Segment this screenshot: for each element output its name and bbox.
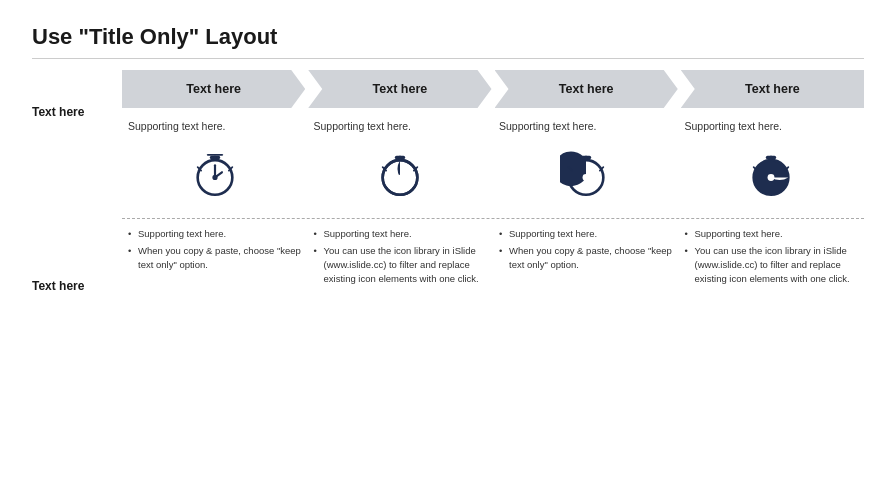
list-item: Supporting text here.	[314, 227, 488, 241]
bottom-col-3: Supporting text here. You can use the ic…	[679, 227, 865, 290]
arrow-shape-1: Text here	[308, 70, 491, 108]
bullet-list-1: Supporting text here. You can use the ic…	[314, 227, 488, 286]
list-item: Supporting text here.	[685, 227, 859, 241]
top-col-0: Supporting text here.	[122, 119, 308, 204]
top-section: Supporting text here.	[122, 119, 864, 204]
bullet-list-2: Supporting text here. When you copy & pa…	[499, 227, 673, 272]
header-cell-2: Text here	[495, 69, 678, 109]
bottom-section: Supporting text here. When you copy & pa…	[122, 227, 864, 290]
stopwatch-icon-0	[189, 148, 241, 200]
svg-point-5	[212, 175, 217, 180]
arrow-shape-0: Text here	[122, 70, 305, 108]
bottom-col-0: Supporting text here. When you copy & pa…	[122, 227, 308, 290]
bullet-list-3: Supporting text here. You can use the ic…	[685, 227, 859, 286]
arrow-shape-3: Text here	[681, 70, 864, 108]
stopwatch-icon-1	[374, 148, 426, 200]
top-col-1: Supporting text here.	[308, 119, 494, 204]
supporting-text-top-2: Supporting text here.	[499, 119, 596, 134]
icon-container-3	[685, 140, 859, 204]
icon-container-1	[314, 140, 488, 204]
list-item: When you copy & paste, choose "keep text…	[499, 244, 673, 272]
bottom-col-2: Supporting text here. When you copy & pa…	[493, 227, 679, 290]
page-title: Use "Title Only" Layout	[32, 24, 864, 59]
header-cell-1: Text here	[308, 69, 491, 109]
content-area: Text here Text here Text here Text here	[32, 69, 864, 293]
arrow-shape-2: Text here	[495, 70, 678, 108]
left-label-top: Text here	[32, 105, 122, 119]
bottom-col-1: Supporting text here. You can use the ic…	[308, 227, 494, 290]
svg-point-24	[768, 174, 775, 181]
supporting-text-top-1: Supporting text here.	[314, 119, 411, 134]
list-item: When you copy & paste, choose "keep text…	[128, 244, 302, 272]
section-divider	[122, 218, 864, 219]
list-item: You can use the icon library in iSlide (…	[685, 244, 859, 285]
supporting-text-top-0: Supporting text here.	[128, 119, 225, 134]
list-item: You can use the icon library in iSlide (…	[314, 244, 488, 285]
header-cell-3: Text here	[681, 69, 864, 109]
icon-container-0	[128, 140, 302, 204]
list-item: Supporting text here.	[499, 227, 673, 241]
left-label-bottom: Text here	[32, 279, 122, 293]
stopwatch-icon-3	[745, 148, 797, 200]
headers-row: Text here Text here Text here Text here	[122, 69, 864, 109]
page: Use "Title Only" Layout Text here Text h…	[0, 0, 896, 504]
list-item: Supporting text here.	[128, 227, 302, 241]
top-col-2: Supporting text here.	[493, 119, 679, 204]
top-col-3: Supporting text here.	[679, 119, 865, 204]
svg-point-17	[582, 174, 589, 181]
main-content: Text here Text here Text here Text here	[122, 69, 864, 293]
icon-container-2	[499, 140, 673, 204]
supporting-text-top-3: Supporting text here.	[685, 119, 782, 134]
stopwatch-icon-2	[560, 148, 612, 200]
header-cell-0: Text here	[122, 69, 305, 109]
left-labels: Text here Text here	[32, 69, 122, 293]
bullet-list-0: Supporting text here. When you copy & pa…	[128, 227, 302, 272]
svg-point-11	[398, 175, 403, 180]
